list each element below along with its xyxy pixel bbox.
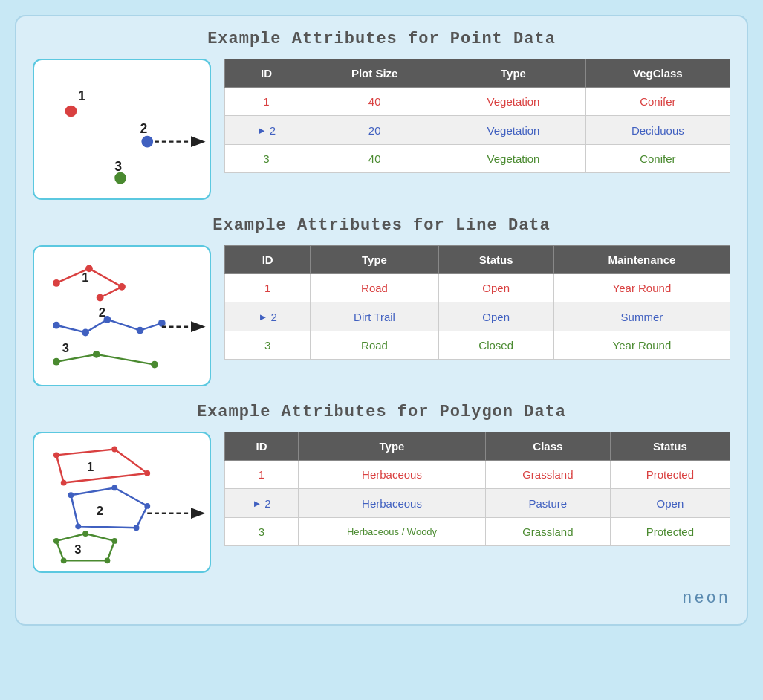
line-red-dot3 — [118, 283, 126, 291]
line-red-dot4 — [97, 294, 104, 302]
line-red-dot1 — [53, 279, 60, 287]
line-blue-dot1 — [53, 322, 60, 329]
line-blue-dot2 — [82, 329, 89, 337]
section-line-row: 1 2 3 — [33, 245, 730, 386]
point-col-vegclass: VegClass — [585, 59, 730, 88]
poly-row3-type: Herbaceous / Woody — [299, 518, 486, 546]
poly-label-1: 1 — [87, 460, 94, 474]
point-label-3: 3 — [114, 159, 122, 174]
point-map-box: 1 2 3 — [33, 59, 211, 200]
poly-red-dot4 — [61, 480, 67, 486]
line-map-box: 1 2 3 — [33, 245, 211, 386]
point-table: ID Plot Size Type VegClass 1 40 Vegetati… — [224, 59, 730, 173]
poly-blue-dot2 — [111, 485, 117, 491]
line-row1-maintenance: Year Round — [553, 274, 730, 302]
table-row: 1 Herbaceous Grassland Protected — [225, 461, 730, 489]
polygon-table-header-row: ID Type Class Status — [225, 432, 730, 461]
table-row: 1 Road Open Year Round — [225, 274, 730, 302]
table-row: ► 2 Herbaceous Pasture Open — [225, 489, 730, 518]
line-row2-status: Open — [438, 302, 553, 331]
poly-blue-dot3 — [144, 503, 150, 509]
line-row2-maintenance: Summer — [553, 302, 730, 331]
section-polygon-title: Example Attributes for Polygon Data — [33, 403, 730, 421]
line-row1-id: 1 — [225, 274, 311, 302]
line-green-dot2 — [93, 351, 100, 358]
poly-green-dot5 — [61, 557, 67, 563]
line-col-type: Type — [311, 246, 438, 274]
line-blue-dot5 — [158, 320, 166, 327]
point-map-svg: 1 2 3 — [34, 60, 210, 198]
line-row3-maintenance: Year Round — [553, 331, 730, 360]
line-row3-type: Road — [311, 331, 438, 360]
point-row1-id: 1 — [225, 88, 308, 116]
table-row: 3 Road Closed Year Round — [225, 331, 730, 360]
poly-row1-id: 1 — [225, 461, 299, 489]
section-point: Example Attributes for Point Data 1 2 3 — [33, 30, 730, 200]
polygon-map-svg: 1 2 — [34, 433, 210, 571]
poly-row2-id: ► 2 — [225, 489, 299, 518]
table-row: 3 40 Vegetation Conifer — [225, 145, 730, 173]
poly-col-id: ID — [225, 432, 299, 461]
poly-green — [56, 534, 114, 560]
poly-row1-status: Protected — [610, 461, 730, 489]
poly-red-dot3 — [144, 470, 150, 476]
point-label-2: 2 — [140, 121, 147, 136]
point-row2-type: Vegetation — [441, 116, 585, 145]
line-row1-status: Open — [438, 274, 553, 302]
poly-row2-status: Open — [610, 489, 730, 518]
section-line: Example Attributes for Line Data 1 — [33, 216, 730, 386]
point-dot-1 — [65, 106, 77, 117]
poly-row3-class: Grassland — [485, 518, 610, 546]
line-label-2: 2 — [99, 305, 105, 320]
point-row3-vegclass: Conifer — [585, 145, 730, 173]
line-row2-type: Dirt Trail — [311, 302, 438, 331]
poly-red-dot2 — [111, 447, 117, 453]
line-green-dot3 — [151, 361, 158, 369]
poly-row2-class: Pasture — [485, 489, 610, 518]
poly-label-3: 3 — [74, 542, 81, 557]
polygon-table: ID Type Class Status 1 Herbaceous Grassl… — [224, 432, 730, 546]
point-row3-type: Vegetation — [441, 145, 585, 173]
line-label-3: 3 — [62, 341, 69, 355]
point-dot-2 — [141, 136, 153, 148]
line-green — [56, 354, 155, 365]
point-row1-type: Vegetation — [441, 88, 585, 116]
point-col-plotsize: Plot Size — [308, 59, 441, 88]
poly-green-dot4 — [105, 557, 111, 563]
poly-blue — [71, 487, 147, 528]
line-table-header-row: ID Type Status Maintenance — [225, 246, 730, 274]
line-row3-id: 3 — [225, 331, 311, 360]
poly-red — [56, 450, 147, 483]
poly-blue-dot1 — [68, 492, 74, 498]
poly-row2-type: Herbaceous — [299, 489, 486, 518]
point-row1-plotsize: 40 — [308, 88, 441, 116]
point-row1-vegclass: Conifer — [585, 88, 730, 116]
poly-row3-id: 3 — [225, 518, 299, 546]
poly-col-status: Status — [610, 432, 730, 461]
poly-label-2: 2 — [97, 504, 103, 518]
poly-green-dot1 — [53, 538, 59, 544]
poly-green-dot3 — [111, 538, 117, 544]
poly-row1-class: Grassland — [485, 461, 610, 489]
main-container: Example Attributes for Point Data 1 2 3 — [15, 15, 748, 626]
point-table-header-row: ID Plot Size Type VegClass — [225, 59, 730, 88]
table-row: ► 2 Dirt Trail Open Summer — [225, 302, 730, 331]
poly-row1-type: Herbaceous — [299, 461, 486, 489]
line-col-maintenance: Maintenance — [553, 246, 730, 274]
point-dot-3 — [114, 172, 126, 184]
point-row2-id: ► 2 — [225, 116, 308, 145]
polygon-map-box: 1 2 — [33, 432, 211, 573]
line-row3-status: Closed — [438, 331, 553, 360]
neon-logo: neon — [33, 589, 730, 608]
point-col-type: Type — [441, 59, 585, 88]
line-green-dot1 — [53, 358, 60, 366]
point-row2-vegclass: Deciduous — [585, 116, 730, 145]
point-col-id: ID — [225, 59, 308, 88]
table-row: 3 Herbaceous / Woody Grassland Protected — [225, 518, 730, 546]
poly-col-class: Class — [485, 432, 610, 461]
line-col-id: ID — [225, 246, 311, 274]
poly-blue-dot5 — [75, 523, 81, 529]
poly-blue-dot4 — [134, 525, 140, 531]
poly-green-dot2 — [82, 531, 88, 537]
section-line-title: Example Attributes for Line Data — [33, 216, 730, 235]
